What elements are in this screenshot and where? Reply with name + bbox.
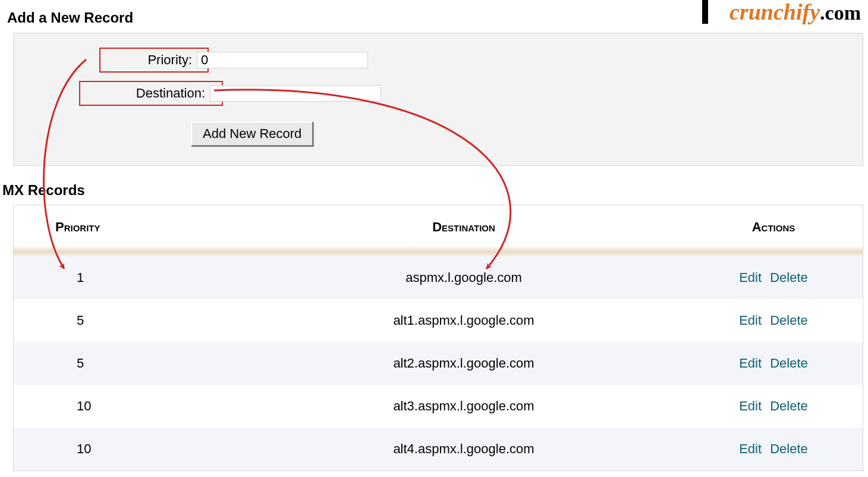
table-header-row: Priority Destination Actions	[14, 205, 863, 246]
edit-link[interactable]: Edit	[739, 270, 762, 285]
cell-destination: aspmx.l.google.com	[243, 256, 684, 299]
priority-input[interactable]	[197, 52, 368, 68]
mx-records-table-container: Priority Destination Actions 1aspmx.l.go…	[13, 205, 863, 471]
table-row: 5alt2.aspmx.l.google.comEdit Delete	[14, 342, 863, 385]
priority-row: Priority:	[99, 48, 368, 73]
cell-priority: 5	[14, 342, 243, 385]
cell-priority: 5	[14, 299, 243, 342]
table-row: 1aspmx.l.google.comEdit Delete	[14, 256, 863, 299]
delete-link[interactable]: Delete	[770, 313, 808, 328]
logo-text: crunchify.com	[729, 0, 861, 25]
cell-actions: Edit Delete	[684, 256, 863, 299]
cell-destination: alt3.aspmx.l.google.com	[243, 385, 684, 428]
cell-destination: alt2.aspmx.l.google.com	[243, 342, 684, 385]
delete-link[interactable]: Delete	[770, 356, 808, 371]
edit-link[interactable]: Edit	[739, 356, 762, 371]
priority-label: Priority:	[99, 48, 209, 73]
cell-priority: 10	[14, 428, 243, 470]
logo-word-dotcom: .com	[820, 2, 861, 24]
delete-link[interactable]: Delete	[770, 441, 808, 456]
site-logo: crunchify.com	[704, 0, 866, 29]
cell-destination: alt1.aspmx.l.google.com	[243, 299, 684, 342]
cell-priority: 10	[14, 385, 243, 428]
col-header-actions: Actions	[684, 205, 863, 246]
add-record-heading: Add a New Record	[7, 10, 133, 26]
table-row: 5alt1.aspmx.l.google.comEdit Delete	[14, 299, 863, 342]
add-new-record-button[interactable]: Add New Record	[191, 121, 313, 146]
edit-link[interactable]: Edit	[739, 398, 762, 413]
header-gradient-divider	[14, 246, 863, 256]
edit-link[interactable]: Edit	[739, 313, 762, 328]
cell-priority: 1	[14, 256, 243, 299]
cell-actions: Edit Delete	[684, 342, 863, 385]
delete-link[interactable]: Delete	[770, 398, 808, 413]
table-row: 10alt3.aspmx.l.google.comEdit Delete	[14, 385, 863, 428]
destination-label: Destination:	[79, 81, 223, 106]
col-header-destination: Destination	[243, 205, 684, 246]
mx-records-heading: MX Records	[2, 182, 85, 199]
cell-destination: alt4.aspmx.l.google.com	[243, 428, 684, 470]
cell-actions: Edit Delete	[684, 385, 863, 428]
edit-link[interactable]: Edit	[739, 441, 762, 456]
cell-actions: Edit Delete	[684, 299, 863, 342]
mx-records-table: Priority Destination Actions 1aspmx.l.go…	[14, 205, 863, 470]
logo-black-bar	[702, 0, 708, 24]
add-record-form: Priority: Destination: Add New Record	[13, 33, 863, 166]
delete-link[interactable]: Delete	[770, 270, 808, 285]
cell-actions: Edit Delete	[684, 428, 863, 470]
logo-word-crunchify: crunchify	[729, 0, 820, 24]
table-row: 10alt4.aspmx.l.google.comEdit Delete	[14, 428, 863, 470]
col-header-priority: Priority	[14, 205, 243, 246]
destination-row: Destination:	[79, 81, 381, 106]
destination-input[interactable]	[210, 85, 381, 102]
